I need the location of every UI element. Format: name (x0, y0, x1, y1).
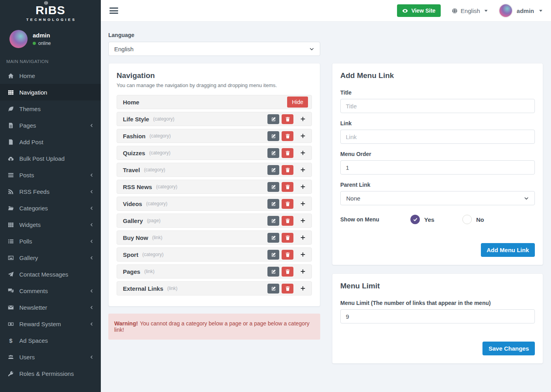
sidebar-section-label: MAIN NAVIGATION (0, 53, 101, 67)
menu-row[interactable]: Life Style (category) (117, 112, 312, 126)
edit-icon (271, 117, 276, 122)
add-submenu-button[interactable] (298, 250, 308, 260)
delete-button[interactable] (282, 182, 293, 192)
edit-button[interactable] (267, 148, 279, 158)
sidebar-item[interactable]: RSS Feeds (0, 183, 101, 200)
add-submenu-button[interactable] (298, 267, 308, 277)
add-submenu-button[interactable] (298, 131, 308, 141)
edit-button[interactable] (267, 216, 279, 226)
edit-button[interactable] (267, 199, 279, 209)
sidebar-item[interactable]: Add Post (0, 134, 101, 150)
edit-button[interactable] (267, 267, 279, 277)
menu-row-label: Home (123, 99, 139, 106)
sidebar-item[interactable]: Pages (0, 117, 101, 134)
user-dropdown[interactable]: admin (499, 4, 542, 18)
delete-button[interactable] (282, 250, 293, 260)
menu-row[interactable]: RSS News (category) (117, 180, 312, 194)
delete-button[interactable] (282, 267, 293, 277)
menu-row[interactable]: External Links (link) (117, 281, 312, 295)
sidebar-item[interactable]: Themes (0, 100, 101, 117)
add-submenu-button[interactable] (298, 216, 308, 226)
sidebar-item[interactable]: Posts (0, 167, 101, 183)
add-submenu-button[interactable] (298, 148, 308, 158)
sidebar-item[interactable]: Reward System (0, 316, 101, 332)
language-select[interactable]: English (108, 42, 320, 56)
trash-icon (285, 252, 290, 257)
brand-name: RıBS (35, 4, 65, 16)
edit-button[interactable] (267, 131, 279, 141)
plus-icon (300, 201, 306, 206)
title-input[interactable] (340, 99, 535, 113)
save-changes-button[interactable]: Save Changes (482, 342, 535, 355)
key-icon (7, 371, 14, 377)
show-on-menu-yes-radio[interactable] (410, 215, 420, 224)
add-submenu-button[interactable] (298, 182, 308, 192)
grid-icon (7, 89, 14, 95)
edit-button[interactable] (267, 165, 279, 175)
image-icon (7, 255, 14, 261)
chevron-left-icon (89, 173, 94, 177)
sidebar-item-label: Roles & Permissions (19, 370, 74, 377)
view-site-button[interactable]: View Site (397, 4, 440, 17)
show-on-menu-no[interactable]: No (462, 215, 514, 224)
menu-row[interactable]: Sport (category) (117, 247, 312, 262)
add-submenu-button[interactable] (298, 284, 308, 294)
language-dropdown[interactable]: English (452, 7, 488, 14)
add-submenu-button[interactable] (298, 114, 308, 124)
brand-logo[interactable]: RıBS TECHNOLOGIES (0, 0, 101, 24)
menu-row[interactable]: Pages (link) (117, 264, 312, 279)
add-menu-link-button[interactable]: Add Menu Link (481, 243, 535, 257)
delete-button[interactable] (282, 233, 293, 243)
sidebar-item-label: Posts (19, 172, 34, 178)
sidebar-item[interactable]: Comments (0, 282, 101, 299)
sidebar-item[interactable]: Bulk Post Upload (0, 150, 101, 167)
sidebar-item[interactable]: Home (0, 67, 101, 84)
menu-row-home[interactable]: Home Hide (117, 95, 312, 109)
delete-button[interactable] (282, 284, 293, 294)
sidebar-item[interactable]: Users (0, 349, 101, 365)
edit-button[interactable] (267, 182, 279, 192)
sidebar-item[interactable]: Newsletter (0, 299, 101, 316)
panel-title: Add Menu Link (340, 71, 535, 80)
sidebar-item[interactable]: Widgets (0, 216, 101, 233)
edit-button[interactable] (267, 250, 279, 260)
menu-order-input[interactable] (340, 160, 535, 175)
add-submenu-button[interactable] (298, 233, 308, 243)
show-on-menu-yes[interactable]: Yes (410, 215, 462, 224)
globe-icon (452, 8, 458, 14)
delete-button[interactable] (282, 114, 293, 124)
menu-row[interactable]: Fashion (category) (117, 129, 312, 143)
link-input[interactable] (340, 130, 535, 144)
show-on-menu-no-radio[interactable] (462, 215, 472, 224)
edit-button[interactable] (267, 233, 279, 243)
delete-button[interactable] (282, 216, 293, 226)
menu-row[interactable]: Quizzes (category) (117, 146, 312, 160)
title-label: Title (340, 89, 535, 96)
menu-limit-input[interactable] (340, 309, 535, 323)
hide-button[interactable]: Hide (287, 97, 308, 108)
add-submenu-button[interactable] (298, 199, 308, 209)
delete-button[interactable] (282, 131, 293, 141)
menu-row[interactable]: Travel (category) (117, 163, 312, 177)
sidebar-item[interactable]: Gallery (0, 249, 101, 266)
menu-row[interactable]: Gallery (page) (117, 214, 312, 228)
sidebar-item[interactable]: Categories (0, 200, 101, 216)
hamburger-menu-icon[interactable] (109, 6, 118, 15)
edit-button[interactable] (267, 114, 279, 124)
delete-button[interactable] (282, 148, 293, 158)
edit-icon (271, 167, 276, 173)
sidebar-item[interactable]: $ Ad Spaces (0, 332, 101, 349)
sidebar-item[interactable]: Roles & Permissions (0, 365, 101, 382)
menu-row[interactable]: Buy Now (link) (117, 230, 312, 245)
sidebar-item[interactable]: Navigation (0, 84, 101, 100)
delete-button[interactable] (282, 199, 293, 209)
sidebar-item[interactable]: Contact Messages (0, 266, 101, 282)
menu-row[interactable]: Videos (category) (117, 197, 312, 211)
sidebar-item[interactable]: Polls (0, 233, 101, 249)
bars-icon (7, 172, 14, 178)
delete-button[interactable] (282, 165, 293, 175)
parent-link-select[interactable]: None (340, 191, 535, 205)
eye-icon (402, 8, 408, 14)
edit-button[interactable] (267, 284, 279, 294)
add-submenu-button[interactable] (298, 165, 308, 175)
